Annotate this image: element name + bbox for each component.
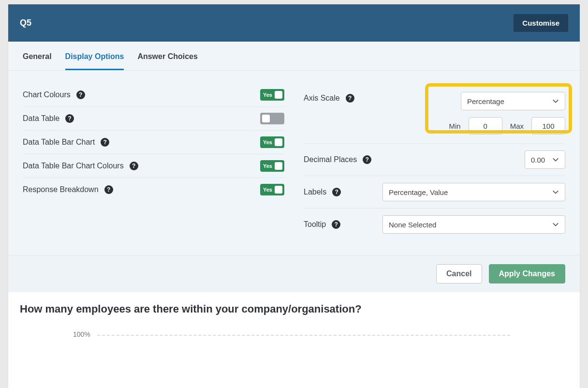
label-dt-bar-chart-colours: Data Table Bar Chart Colours bbox=[23, 162, 124, 170]
gridline bbox=[97, 335, 510, 336]
help-icon[interactable]: ? bbox=[363, 155, 371, 164]
tooltip-select[interactable]: None Selected bbox=[382, 215, 565, 234]
labels-select[interactable]: Percentage, Value bbox=[382, 183, 565, 201]
tabs: General Display Options Answer Choices bbox=[8, 42, 580, 71]
row-data-table-bar-chart: Data Table Bar Chart ? Yes bbox=[23, 131, 284, 154]
label-tooltip: Tooltip bbox=[304, 220, 326, 229]
question-code: Q5 bbox=[20, 18, 31, 28]
axis-scale-select[interactable]: Percentage bbox=[461, 92, 565, 110]
axis-min-input[interactable] bbox=[469, 117, 502, 134]
chevron-down-icon bbox=[552, 221, 559, 228]
left-column: Chart Colours ? Yes Data Table ? bbox=[23, 83, 284, 240]
max-label: Max bbox=[510, 122, 524, 130]
label-labels: Labels bbox=[304, 188, 326, 196]
row-tooltip: Tooltip ? None Selected bbox=[304, 209, 565, 240]
toggle-dt-bar-chart-colours[interactable]: Yes bbox=[260, 160, 284, 172]
right-column: Axis Scale ? Percentage Min Max bbox=[304, 83, 565, 240]
toggle-data-table[interactable] bbox=[260, 113, 284, 124]
row-data-table: Data Table ? bbox=[23, 107, 284, 131]
label-response-breakdown: Response Breakdown bbox=[23, 185, 99, 194]
row-chart-colours: Chart Colours ? Yes bbox=[23, 83, 284, 107]
help-icon[interactable]: ? bbox=[76, 90, 85, 99]
tab-display-options[interactable]: Display Options bbox=[65, 52, 124, 70]
row-response-breakdown: Response Breakdown ? Yes bbox=[23, 178, 284, 201]
panel-header: Q5 Customise bbox=[8, 4, 580, 42]
actions-bar: Cancel Apply Changes bbox=[8, 255, 580, 292]
customise-button[interactable]: Customise bbox=[514, 14, 568, 32]
row-labels: Labels ? Percentage, Value bbox=[304, 176, 565, 209]
help-icon[interactable]: ? bbox=[104, 185, 113, 194]
help-icon[interactable]: ? bbox=[130, 162, 138, 170]
y-tick-100: 100% bbox=[73, 330, 90, 338]
help-icon[interactable]: ? bbox=[332, 220, 340, 229]
chevron-down-icon bbox=[552, 189, 559, 195]
chart-title: How many employees are there within your… bbox=[20, 303, 568, 315]
row-axis-scale: Axis Scale ? Percentage Min Max bbox=[304, 83, 565, 144]
label-decimal-places: Decimal Places bbox=[304, 155, 357, 164]
label-data-table: Data Table bbox=[23, 114, 59, 123]
apply-changes-button[interactable]: Apply Changes bbox=[489, 264, 565, 284]
toggle-dt-bar-chart[interactable]: Yes bbox=[260, 136, 284, 148]
help-icon[interactable]: ? bbox=[101, 138, 109, 147]
decimal-places-select[interactable]: 0.00 bbox=[525, 150, 565, 169]
cancel-button[interactable]: Cancel bbox=[436, 264, 482, 284]
min-label: Min bbox=[449, 122, 460, 130]
help-icon[interactable]: ? bbox=[65, 114, 74, 123]
toggle-response-breakdown[interactable]: Yes bbox=[260, 184, 284, 195]
label-dt-bar-chart: Data Table Bar Chart bbox=[23, 138, 95, 147]
row-decimal-places: Decimal Places ? 0.00 bbox=[304, 144, 565, 176]
tab-answer-choices[interactable]: Answer Choices bbox=[137, 52, 197, 70]
help-icon[interactable]: ? bbox=[346, 94, 354, 103]
label-axis-scale: Axis Scale bbox=[304, 94, 340, 103]
tab-general[interactable]: General bbox=[23, 52, 52, 70]
chart-preview: How many employees are there within your… bbox=[8, 292, 580, 388]
chevron-down-icon bbox=[552, 98, 559, 104]
toggle-chart-colours[interactable]: Yes bbox=[260, 89, 284, 101]
help-icon[interactable]: ? bbox=[332, 188, 341, 196]
axis-max-input[interactable] bbox=[531, 117, 565, 134]
chevron-down-icon bbox=[552, 156, 559, 163]
row-dt-bar-chart-colours: Data Table Bar Chart Colours ? Yes bbox=[23, 154, 284, 178]
label-chart-colours: Chart Colours bbox=[23, 90, 71, 99]
